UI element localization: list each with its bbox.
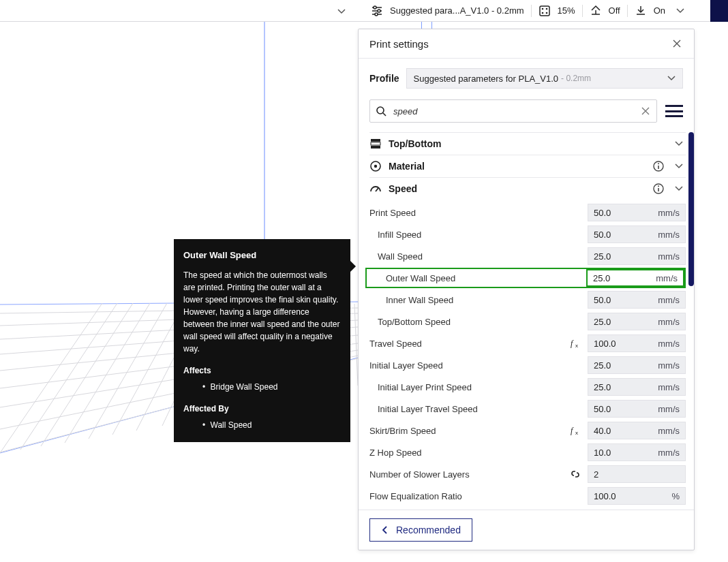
close-icon[interactable] — [671, 37, 683, 50]
svg-point-45 — [374, 165, 377, 168]
support-chip[interactable]: Off — [609, 5, 620, 16]
setting-value-input[interactable]: 40.0mm/s — [588, 422, 686, 439]
setting-label: Number of Slower Layers — [369, 469, 563, 480]
setting-value: 25.0 — [594, 251, 611, 262]
svg-line-16 — [89, 303, 167, 439]
setting-label: Infill Speed — [369, 230, 563, 240]
left-panel-toggle[interactable] — [334, 4, 349, 19]
setting-wall_speed[interactable]: Wall Speed25.0mm/s — [369, 246, 686, 266]
svg-line-13 — [20, 303, 117, 450]
right-panel-edge — [710, 0, 728, 22]
chevron-down-icon — [667, 74, 676, 82]
setting-value-input[interactable]: 25.0mm/s — [588, 378, 686, 396]
svg-point-52 — [658, 185, 659, 187]
setting-skirt_brim_speed[interactable]: Skirt/Brim Speedfx40.0mm/s — [369, 420, 686, 441]
setting-value-input[interactable]: 100.0% — [588, 487, 686, 505]
setting-label: Top/Bottom Speed — [369, 317, 563, 327]
settings-scroll[interactable]: Top/Bottom Material — [359, 132, 694, 510]
setting-unit: mm/s — [658, 404, 680, 414]
category-top-bottom[interactable]: Top/Bottom — [369, 133, 686, 155]
settings-visibility-button[interactable] — [665, 104, 683, 119]
chevron-down-icon[interactable] — [676, 7, 684, 15]
setting-unit: mm/s — [658, 448, 680, 458]
setting-value: 2 — [594, 469, 598, 480]
print-settings-panel: Print settings Profile Suggested paramet… — [358, 29, 695, 550]
panel-title: Print settings — [369, 38, 429, 50]
setting-value-input[interactable]: 2 — [588, 465, 686, 483]
scrollbar-thumb[interactable] — [688, 132, 694, 286]
setting-unit: mm/s — [658, 208, 680, 218]
svg-point-34 — [541, 7, 543, 10]
setting-initial_layer_travel_speed[interactable]: Initial Layer Travel Speed50.0mm/s — [369, 399, 686, 419]
svg-point-28 — [374, 6, 376, 9]
setting-label: Initial Layer Print Speed — [369, 382, 563, 392]
svg-point-37 — [545, 12, 547, 14]
setting-print_speed[interactable]: Print Speed50.0mm/s — [369, 202, 686, 223]
adhesion-chip[interactable]: On — [654, 5, 665, 16]
category-material[interactable]: Material — [369, 155, 686, 177]
setting-value: 25.0 — [594, 317, 611, 327]
setting-travel_speed[interactable]: Travel Speedfx100.0mm/s — [369, 333, 686, 354]
svg-line-15 — [65, 303, 150, 443]
setting-number_slower_layers[interactable]: Number of Slower Layers2 — [369, 464, 686, 484]
svg-text:f: f — [571, 426, 574, 435]
setting-value: 50.0 — [594, 208, 611, 218]
search-box[interactable] — [369, 99, 657, 123]
info-icon[interactable] — [652, 183, 665, 194]
setting-unit: mm/s — [658, 382, 680, 392]
svg-text:x: x — [575, 430, 578, 436]
formula-icon: fx — [568, 425, 582, 436]
profile-select-meta: - 0.2mm — [561, 74, 591, 83]
info-icon[interactable] — [652, 161, 665, 172]
setting-inner_wall_speed[interactable]: Inner Wall Speed50.0mm/s — [369, 290, 686, 310]
tooltip-affects-item: Bridge Wall Speed — [202, 381, 341, 393]
setting-value: 25.0 — [594, 382, 611, 392]
setting-value-input[interactable]: 25.0mm/s — [588, 356, 686, 374]
setting-outer_wall_speed[interactable]: Outer Wall Speed25.0mm/s — [365, 268, 686, 288]
svg-line-49 — [376, 188, 378, 191]
recommended-button[interactable]: Recommended — [369, 518, 472, 542]
category-speed[interactable]: Speed — [369, 178, 686, 200]
setting-label: Outer Wall Speed — [369, 273, 562, 283]
setting-z_hop_speed[interactable]: Z Hop Speed10.0mm/s — [369, 442, 686, 463]
sliders-icon — [371, 5, 383, 17]
setting-value-input[interactable]: 25.0mm/s — [586, 269, 684, 287]
formula-icon: fx — [568, 338, 582, 349]
support-icon — [590, 5, 602, 17]
speed-icon — [369, 183, 382, 195]
svg-point-36 — [541, 12, 543, 14]
setting-flow_equalization_ratio[interactable]: Flow Equalization Ratio100.0% — [369, 486, 686, 506]
chevron-down-icon — [672, 162, 686, 170]
tooltip-affects-label: Affects — [183, 364, 341, 377]
profile-chip[interactable]: Suggested para...A_V1.0 - 0.2mm — [390, 5, 524, 16]
setting-value-input[interactable]: 100.0mm/s — [588, 334, 686, 352]
setting-value: 50.0 — [594, 404, 611, 414]
svg-point-32 — [375, 13, 378, 16]
setting-value-input[interactable]: 50.0mm/s — [588, 204, 686, 221]
setting-value: 100.0 — [594, 491, 616, 501]
setting-unit: % — [671, 491, 680, 501]
setting-label: Travel Speed — [369, 339, 563, 349]
setting-initial_layer_speed[interactable]: Initial Layer Speed25.0mm/s — [369, 355, 686, 375]
search-icon — [376, 106, 386, 116]
setting-value-input[interactable]: 25.0mm/s — [588, 313, 686, 330]
tooltip-affected-by-label: Affected By — [183, 403, 341, 415]
clear-icon[interactable] — [640, 106, 651, 116]
profile-select[interactable]: Suggested parameters for PLA_V1.0 - 0.2m… — [406, 68, 683, 89]
setting-initial_layer_print_speed[interactable]: Initial Layer Print Speed25.0mm/s — [369, 377, 686, 397]
search-input[interactable] — [392, 106, 635, 117]
setting-infill_speed[interactable]: Infill Speed50.0mm/s — [369, 224, 686, 245]
setting-value-input[interactable]: 25.0mm/s — [588, 247, 686, 265]
setting-value-input[interactable]: 50.0mm/s — [588, 400, 686, 418]
setting-value-input[interactable]: 50.0mm/s — [588, 291, 686, 309]
setting-unit: mm/s — [656, 273, 678, 283]
svg-point-48 — [658, 163, 659, 164]
setting-top_bottom_speed[interactable]: Top/Bottom Speed25.0mm/s — [369, 311, 686, 332]
setting-label: Inner Wall Speed — [369, 295, 563, 305]
setting-unit: mm/s — [658, 230, 680, 240]
infill-chip[interactable]: 15% — [558, 5, 575, 16]
setting-value-input[interactable]: 10.0mm/s — [588, 443, 686, 461]
svg-point-30 — [378, 10, 380, 12]
setting-unit: mm/s — [658, 360, 680, 371]
setting-value-input[interactable]: 50.0mm/s — [588, 225, 686, 243]
